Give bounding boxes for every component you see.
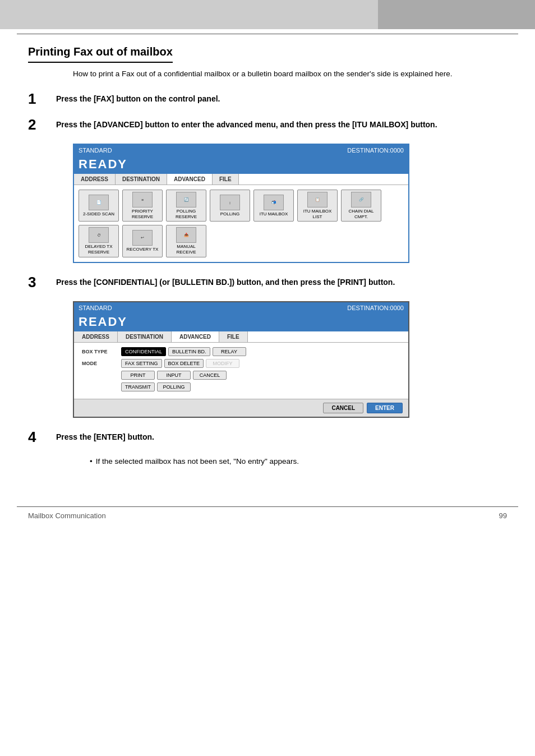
screen1-btn-delayed[interactable]: ⏱ DELAYED TX RESERVE xyxy=(79,225,119,257)
screen1-tab-destination[interactable]: DESTINATION xyxy=(116,174,167,185)
manual-receive-icon: 📥 xyxy=(176,227,196,243)
btn-print[interactable]: PRINT xyxy=(121,371,155,380)
step-4-number: 4 xyxy=(28,428,56,446)
screen1-btn-itu-mailbox[interactable]: 📬 ITU MAILBOX xyxy=(253,190,294,222)
mode-row3-buttons: TRANSMIT POLLING xyxy=(121,382,191,391)
screen1-tabs: ADDRESS DESTINATION ADVANCED FILE xyxy=(74,174,408,185)
step-3-text: Press the [CONFIDENTIAL] (or [BULLETIN B… xyxy=(56,275,395,288)
footer-section-name: Mailbox Communication xyxy=(28,511,106,520)
section-title: Printing Fax out of mailbox xyxy=(28,45,173,63)
screen2-tab-address[interactable]: ADDRESS xyxy=(74,331,118,342)
top-bar-right-block xyxy=(378,0,535,29)
box-type-row: BOX TYPE CONFIDENTIAL BULLETIN BD. RELAY xyxy=(82,347,400,356)
btn-polling-mode[interactable]: POLLING xyxy=(157,382,191,391)
footer-page-number: 99 xyxy=(499,511,507,520)
btn-input[interactable]: INPUT xyxy=(157,371,191,380)
delayed-icon: ⏱ xyxy=(89,227,109,243)
screen1-tab-address[interactable]: ADDRESS xyxy=(74,174,116,185)
btn-bulletin[interactable]: BULLETIN BD. xyxy=(168,347,210,356)
screen2-header-left: STANDARD xyxy=(79,305,112,311)
step-2-text: Press the [ADVANCED] button to enter the… xyxy=(56,118,437,131)
screen1-btn-polling-label: POLLING xyxy=(220,211,240,217)
mode-row1-buttons: FAX SETTING BOX DELETE MODIFY xyxy=(121,359,239,368)
mode-label: MODE xyxy=(82,361,121,366)
screen2-header: STANDARD DESTINATION:0000 xyxy=(74,302,408,314)
top-bar xyxy=(0,0,535,29)
page-content: Printing Fax out of mailbox How to print… xyxy=(0,34,535,490)
screen2-header-right: DESTINATION:0000 xyxy=(347,305,404,311)
screen2-tab-destination[interactable]: DESTINATION xyxy=(118,331,172,342)
step-2-number: 2 xyxy=(28,116,56,133)
footer-cancel-button[interactable]: CANCEL xyxy=(323,403,363,413)
mode-row3: TRANSMIT POLLING xyxy=(82,382,400,391)
screen2-tab-file[interactable]: FILE xyxy=(219,331,248,342)
step-1-text: Press the [FAX] button on the control pa… xyxy=(56,92,220,105)
screen1-btn-2sided[interactable]: 📄 2-SIDED SCAN xyxy=(79,190,119,222)
screen1-btn-chain-dial-label: CHAIN DIAL CMPT. xyxy=(344,209,378,219)
screen1-body: 📄 2-SIDED SCAN ≡ PRIORITY RESERVE 🔄 POLL… xyxy=(74,185,408,261)
itu-mailbox-list-icon: 📋 xyxy=(307,192,328,208)
btn-transmit[interactable]: TRANSMIT xyxy=(121,382,155,391)
screen1-header-right: DESTINATION:0000 xyxy=(347,147,404,154)
screen1-ready: READY xyxy=(74,156,408,174)
screen1-btn-priority-label: PRIORITY RESERVE xyxy=(126,209,159,219)
box-type-buttons: CONFIDENTIAL BULLETIN BD. RELAY xyxy=(121,347,246,356)
step-1: 1 Press the [FAX] button on the control … xyxy=(28,92,507,108)
btn-fax-setting[interactable]: FAX SETTING xyxy=(121,359,162,368)
screen1-btn-polling-reserve-label: POLLING RESERVE xyxy=(169,209,203,219)
screen1-btn-itu-mailbox-list-label: ITU MAILBOX LIST xyxy=(301,209,334,219)
btn-box-delete[interactable]: BOX DELETE xyxy=(164,359,204,368)
screen2-tabs: ADDRESS DESTINATION ADVANCED FILE xyxy=(74,331,408,343)
step-3: 3 Press the [CONFIDENTIAL] (or [BULLETIN… xyxy=(28,275,507,291)
2sided-icon: 📄 xyxy=(89,195,109,210)
btn-modify: MODIFY xyxy=(206,359,239,368)
btn-cancel-mode[interactable]: CANCEL xyxy=(193,371,227,380)
screen1-btn-2sided-label: 2-SIDED SCAN xyxy=(83,211,114,217)
page-footer: Mailbox Communication 99 xyxy=(0,507,535,524)
recovery-icon: ↩ xyxy=(132,230,153,246)
screen1-btn-priority[interactable]: ≡ PRIORITY RESERVE xyxy=(122,190,163,222)
mode-row2-buttons: PRINT INPUT CANCEL xyxy=(121,371,227,380)
screen1-btn-recovery[interactable]: ↩ RECOVERY TX xyxy=(122,225,163,257)
step-2: 2 Press the [ADVANCED] button to enter t… xyxy=(28,118,507,133)
screen-mockup-1: STANDARD DESTINATION:0000 READY ADDRESS … xyxy=(73,144,409,262)
screen2-ready: READY xyxy=(74,314,408,331)
step-4: 4 Press the [ENTER] button. xyxy=(28,430,507,446)
chain-dial-icon: 🔗 xyxy=(351,192,371,208)
priority-icon: ≡ xyxy=(132,192,153,208)
screen1-btn-manual[interactable]: 📥 MANUAL RECEIVE xyxy=(166,225,206,257)
btn-confidential[interactable]: CONFIDENTIAL xyxy=(121,347,166,356)
screen1-btn-manual-label: MANUAL RECEIVE xyxy=(169,244,203,255)
screen1-header: STANDARD DESTINATION:0000 xyxy=(74,145,408,156)
footer-enter-button[interactable]: ENTER xyxy=(367,403,403,413)
intro-text: How to print a Fax out of a confidential… xyxy=(73,68,507,80)
step-4-text: Press the [ENTER] button. xyxy=(56,430,154,443)
screen1-btn-delayed-label: DELAYED TX RESERVE xyxy=(82,244,116,255)
screen1-header-left: STANDARD xyxy=(79,147,112,154)
screen1-btn-recovery-label: RECOVERY TX xyxy=(127,247,159,252)
screen-mockup-2: STANDARD DESTINATION:0000 READY ADDRESS … xyxy=(73,301,409,418)
screen1-tab-advanced[interactable]: ADVANCED xyxy=(167,174,213,185)
screen2-body: BOX TYPE CONFIDENTIAL BULLETIN BD. RELAY… xyxy=(74,343,408,399)
mode-row2: PRINT INPUT CANCEL xyxy=(82,371,400,380)
screen1-btn-polling-reserve[interactable]: 🔄 POLLING RESERVE xyxy=(166,190,206,222)
step4-bullet: If the selected mailbox has not been set… xyxy=(90,456,507,467)
screen1-btn-chain-dial[interactable]: 🔗 CHAIN DIAL CMPT. xyxy=(341,190,381,222)
step-3-number: 3 xyxy=(28,274,56,291)
screen2-footer: CANCEL ENTER xyxy=(74,399,408,417)
itu-mailbox-icon: 📬 xyxy=(264,195,284,210)
polling-icon: ↕ xyxy=(220,195,240,210)
screen1-tab-file[interactable]: FILE xyxy=(213,174,239,185)
polling-reserve-icon: 🔄 xyxy=(176,192,196,208)
screen2-tab-advanced[interactable]: ADVANCED xyxy=(172,331,219,342)
screen1-btn-polling[interactable]: ↕ POLLING xyxy=(210,190,250,222)
step-1-number: 1 xyxy=(28,90,56,108)
btn-relay[interactable]: RELAY xyxy=(213,347,246,356)
screen1-btn-itu-mailbox-list[interactable]: 📋 ITU MAILBOX LIST xyxy=(297,190,338,222)
step4-bullet-text: If the selected mailbox has not been set… xyxy=(96,456,299,467)
mode-row: MODE FAX SETTING BOX DELETE MODIFY xyxy=(82,359,400,368)
box-type-label: BOX TYPE xyxy=(82,349,121,354)
screen1-btn-itu-mailbox-label: ITU MAILBOX xyxy=(260,211,288,217)
